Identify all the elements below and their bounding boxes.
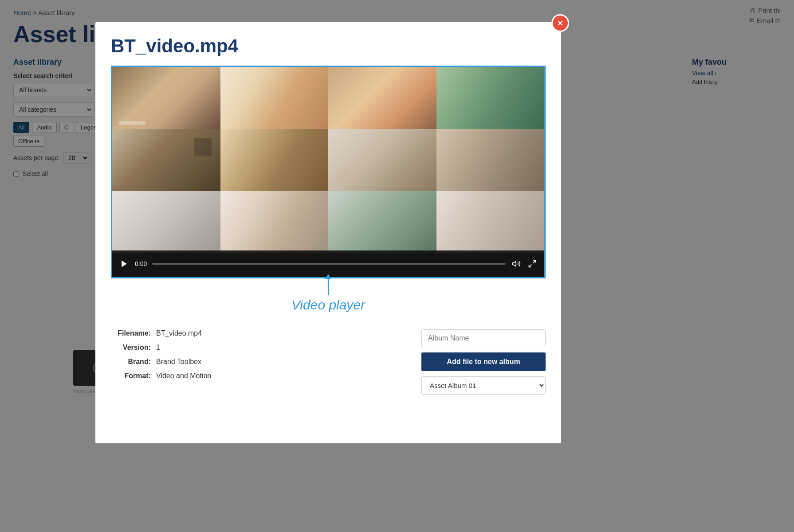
video-cell-4 xyxy=(436,67,545,129)
video-cell-7 xyxy=(328,129,436,191)
brand-label: Brand: xyxy=(111,358,151,366)
filename-label: Filename: xyxy=(111,329,151,337)
video-thumbnail-grid xyxy=(112,67,544,253)
file-details: Filename: BT_video.mp4 Version: 1 Brand:… xyxy=(111,329,408,395)
video-cell-1 xyxy=(112,67,220,129)
modal-title: BT_video.mp4 xyxy=(111,35,546,57)
video-cell-12 xyxy=(436,191,545,253)
filename-row: Filename: BT_video.mp4 xyxy=(111,329,408,337)
modal-dialog: BT_video.mp4 0:00 xyxy=(95,22,561,443)
album-select-dropdown[interactable]: Asset Album 01 Asset Album 02 Asset Albu… xyxy=(421,376,546,395)
annotation-label: Video player xyxy=(291,297,365,313)
svg-marker-2 xyxy=(122,261,127,267)
video-cell-5 xyxy=(112,129,220,191)
video-progress-bar[interactable] xyxy=(152,263,506,265)
format-label: Format: xyxy=(111,372,151,380)
video-controls-bar: 0:00 xyxy=(112,250,544,277)
annotation-arrow-line xyxy=(327,278,329,295)
album-name-input[interactable] xyxy=(421,329,546,347)
format-row: Format: Video and Motion xyxy=(111,372,408,380)
format-value: Video and Motion xyxy=(156,372,211,380)
annotation-arrowhead xyxy=(325,274,331,279)
video-fullscreen-button[interactable] xyxy=(527,258,538,269)
video-cell-8 xyxy=(436,129,545,191)
svg-line-5 xyxy=(529,265,532,267)
video-annotation: Video player xyxy=(291,278,365,313)
video-cell-3 xyxy=(328,67,436,129)
svg-marker-3 xyxy=(513,261,516,266)
version-value: 1 xyxy=(156,344,160,352)
file-info-section: Filename: BT_video.mp4 Version: 1 Brand:… xyxy=(111,329,546,395)
album-section: Add file to new album Asset Album 01 Ass… xyxy=(421,329,546,395)
video-annotation-container: Video player xyxy=(111,278,546,321)
add-file-to-album-button[interactable]: Add file to new album xyxy=(421,352,546,371)
video-cell-6 xyxy=(220,129,329,191)
video-player[interactable]: 0:00 xyxy=(111,66,546,278)
close-icon xyxy=(556,19,564,27)
video-play-button[interactable] xyxy=(119,258,130,269)
version-row: Version: 1 xyxy=(111,344,408,352)
svg-line-4 xyxy=(533,261,536,263)
video-time-display: 0:00 xyxy=(135,260,147,267)
filename-value: BT_video.mp4 xyxy=(156,329,202,337)
video-cell-9 xyxy=(112,191,220,253)
modal-close-button[interactable] xyxy=(551,14,569,32)
video-cell-11 xyxy=(328,191,436,253)
video-cell-2 xyxy=(220,67,329,129)
brand-row: Brand: Brand Toolbox xyxy=(111,358,408,366)
video-cell-10 xyxy=(220,191,329,253)
version-label: Version: xyxy=(111,344,151,352)
video-volume-button[interactable] xyxy=(511,258,522,269)
brand-value: Brand Toolbox xyxy=(156,358,201,366)
